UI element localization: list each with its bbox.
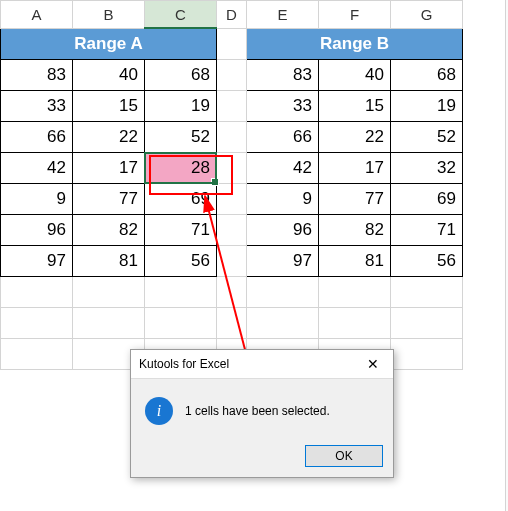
range-a-cell[interactable]: 82: [73, 215, 145, 246]
col-header-F[interactable]: F: [319, 1, 391, 29]
range-a-cell[interactable]: 97: [1, 246, 73, 277]
col-header-D[interactable]: D: [217, 1, 247, 29]
range-b-cell[interactable]: 19: [391, 91, 463, 122]
close-icon: ✕: [367, 356, 379, 372]
range-b-cell[interactable]: 69: [391, 184, 463, 215]
empty-cell[interactable]: [247, 308, 319, 339]
close-button[interactable]: ✕: [353, 350, 393, 378]
empty-cell[interactable]: [1, 277, 73, 308]
range-a-cell[interactable]: 66: [1, 122, 73, 153]
message-dialog: Kutools for Excel ✕ i 1 cells have been …: [130, 349, 394, 478]
range-a-cell[interactable]: 96: [1, 215, 73, 246]
col-header-G[interactable]: G: [391, 1, 463, 29]
empty-cell[interactable]: [247, 277, 319, 308]
range-b-cell[interactable]: 32: [391, 153, 463, 184]
empty-cell[interactable]: [319, 277, 391, 308]
range-b-header[interactable]: Range B: [247, 28, 463, 60]
range-b-cell[interactable]: 15: [319, 91, 391, 122]
range-b-cell[interactable]: 22: [319, 122, 391, 153]
empty-cell[interactable]: [217, 308, 247, 339]
range-a-cell[interactable]: 69: [145, 184, 217, 215]
range-a-header[interactable]: Range A: [1, 28, 217, 60]
cell-gap[interactable]: [217, 215, 247, 246]
col-header-B[interactable]: B: [73, 1, 145, 29]
col-header-A[interactable]: A: [1, 1, 73, 29]
dialog-title: Kutools for Excel: [139, 357, 353, 371]
range-a-cell[interactable]: 71: [145, 215, 217, 246]
range-a-cell[interactable]: 28: [145, 153, 217, 184]
range-a-cell[interactable]: 17: [73, 153, 145, 184]
range-a-cell[interactable]: 77: [73, 184, 145, 215]
cell-gap[interactable]: [217, 122, 247, 153]
range-b-cell[interactable]: 77: [319, 184, 391, 215]
range-a-cell[interactable]: 42: [1, 153, 73, 184]
cell-gap[interactable]: [217, 246, 247, 277]
range-a-cell[interactable]: 9: [1, 184, 73, 215]
range-a-cell[interactable]: 15: [73, 91, 145, 122]
spreadsheet-grid[interactable]: ABCDEFG Range ARange B834068834068331519…: [0, 0, 463, 370]
empty-cell[interactable]: [391, 339, 463, 370]
range-b-cell[interactable]: 68: [391, 60, 463, 91]
range-b-cell[interactable]: 40: [319, 60, 391, 91]
range-a-cell[interactable]: 68: [145, 60, 217, 91]
cell-gap[interactable]: [217, 184, 247, 215]
empty-cell[interactable]: [145, 308, 217, 339]
empty-cell[interactable]: [217, 277, 247, 308]
cell-gap[interactable]: [217, 153, 247, 184]
col-header-C[interactable]: C: [145, 1, 217, 29]
range-b-cell[interactable]: 17: [319, 153, 391, 184]
range-b-cell[interactable]: 83: [247, 60, 319, 91]
empty-cell[interactable]: [319, 308, 391, 339]
range-b-cell[interactable]: 33: [247, 91, 319, 122]
empty-cell[interactable]: [391, 277, 463, 308]
range-b-cell[interactable]: 82: [319, 215, 391, 246]
range-b-cell[interactable]: 52: [391, 122, 463, 153]
cell-gap[interactable]: [217, 28, 247, 60]
empty-cell[interactable]: [1, 339, 73, 370]
range-a-cell[interactable]: 19: [145, 91, 217, 122]
dialog-message: 1 cells have been selected.: [185, 404, 330, 418]
range-a-cell[interactable]: 22: [73, 122, 145, 153]
range-b-cell[interactable]: 56: [391, 246, 463, 277]
range-b-cell[interactable]: 81: [319, 246, 391, 277]
empty-cell[interactable]: [73, 308, 145, 339]
range-a-cell[interactable]: 40: [73, 60, 145, 91]
dialog-titlebar[interactable]: Kutools for Excel ✕: [131, 350, 393, 379]
range-b-cell[interactable]: 96: [247, 215, 319, 246]
range-a-cell[interactable]: 56: [145, 246, 217, 277]
empty-cell[interactable]: [145, 277, 217, 308]
range-b-cell[interactable]: 97: [247, 246, 319, 277]
range-a-cell[interactable]: 83: [1, 60, 73, 91]
ok-button[interactable]: OK: [305, 445, 383, 467]
range-a-cell[interactable]: 33: [1, 91, 73, 122]
empty-cell[interactable]: [73, 277, 145, 308]
empty-cell[interactable]: [1, 308, 73, 339]
range-a-cell[interactable]: 81: [73, 246, 145, 277]
range-b-cell[interactable]: 66: [247, 122, 319, 153]
info-icon: i: [145, 397, 173, 425]
empty-cell[interactable]: [391, 308, 463, 339]
col-header-E[interactable]: E: [247, 1, 319, 29]
range-b-cell[interactable]: 42: [247, 153, 319, 184]
range-a-cell[interactable]: 52: [145, 122, 217, 153]
range-b-cell[interactable]: 9: [247, 184, 319, 215]
cell-gap[interactable]: [217, 91, 247, 122]
range-b-cell[interactable]: 71: [391, 215, 463, 246]
cell-gap[interactable]: [217, 60, 247, 91]
